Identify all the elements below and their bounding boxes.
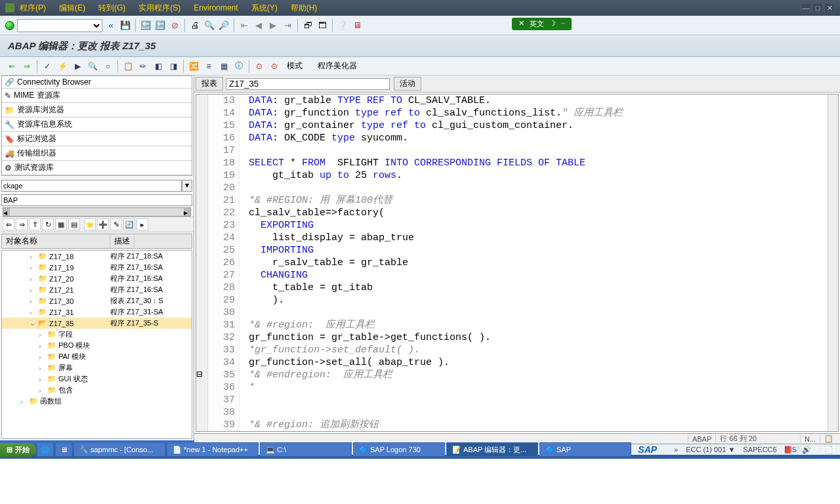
tree-fwd-icon[interactable]: ⇒ <box>16 219 28 230</box>
ime-indicator[interactable]: ✕ 英文 ☽ ·· <box>512 18 572 30</box>
shortcut-icon[interactable]: 🗔 <box>316 20 328 32</box>
save-icon[interactable]: 💾 <box>119 20 131 32</box>
expand-icon[interactable]: › <box>39 353 45 361</box>
menu-environment[interactable]: Environment <box>194 3 238 12</box>
menu-goto[interactable]: 转到(G) <box>98 3 125 14</box>
tree-up-icon[interactable]: ⇑ <box>29 219 41 230</box>
nav-item-5[interactable]: 🚚传输组织器 <box>2 146 192 161</box>
cancel-icon[interactable]: ⊘ <box>169 20 180 32</box>
maximize-button[interactable]: □ <box>812 3 823 12</box>
tray-icon-2[interactable]: ❔ <box>793 446 802 454</box>
expand-icon[interactable]: › <box>30 308 36 316</box>
tree-row[interactable]: ›📁GUI 状态 <box>2 373 192 385</box>
help-icon[interactable]: ❔ <box>337 20 348 32</box>
where-used-icon[interactable]: 🔍 <box>86 60 99 73</box>
check-icon[interactable]: ✓ <box>41 60 54 73</box>
nav-item-0[interactable]: 🔗Connectivity Browser <box>2 76 192 89</box>
quick-desktop-icon[interactable]: 🖥 <box>55 442 72 457</box>
mode-label[interactable]: 模式 <box>287 60 303 72</box>
expand-icon[interactable]: › <box>30 264 36 272</box>
prev-page-icon[interactable]: ◀ <box>253 20 264 32</box>
report-name-field[interactable] <box>226 78 390 90</box>
first-page-icon[interactable]: ⇤ <box>238 20 250 32</box>
other-object-icon[interactable]: 📋 <box>121 60 135 73</box>
tray-icon-1[interactable]: 📕 <box>784 446 793 454</box>
tree-fav-icon[interactable]: ⭐ <box>84 219 96 230</box>
tree-row[interactable]: ›📁函数组 <box>2 396 192 407</box>
close-button[interactable]: ✕ <box>824 3 835 12</box>
tree-row[interactable]: ›📁Z17_18程序 Z17_18:SA <box>2 251 192 262</box>
taskbar-button[interactable]: 📄*new 1 - Notepad++ <box>167 442 259 457</box>
nav-item-2[interactable]: 📁资源库浏览器 <box>2 103 192 117</box>
code-editor[interactable]: ⊟ 13141516171819202122232425262728293031… <box>196 94 839 432</box>
display-change-icon[interactable]: ✏ <box>136 60 150 73</box>
menu-help[interactable]: 帮助(H) <box>291 3 318 14</box>
menu-program[interactable]: 程序(P) <box>20 3 46 14</box>
tree-row[interactable]: ›📁Z17_31程序 Z17_31-SA <box>2 306 192 318</box>
expand-icon[interactable]: › <box>30 253 36 261</box>
tree-row[interactable]: ›📁Z17_30报表 Z17_30：S <box>2 295 192 306</box>
tree-row[interactable]: ›📁Z17_19程序 Z17_16:SA <box>2 262 192 273</box>
sys-server[interactable]: ECC (1) 001 ▼ <box>682 446 739 453</box>
expand-icon[interactable]: › <box>39 331 45 339</box>
breakpoint-icon[interactable]: ⊙ <box>253 60 266 73</box>
expand-icon[interactable]: › <box>39 342 45 350</box>
expand-icon[interactable]: ⌄ <box>30 319 36 327</box>
pretty-print-icon[interactable]: 🔀 <box>187 60 200 73</box>
tree-row[interactable]: ›📁Z17_21程序 Z17_16:SA <box>2 284 192 295</box>
expand-icon[interactable]: › <box>39 387 45 394</box>
tree-col-name[interactable]: 对象名称 <box>2 234 110 248</box>
start-button[interactable]: ⊞ 开始 <box>0 443 36 457</box>
h-scrollbar[interactable]: ◂▸ <box>3 207 191 217</box>
enhance-icon[interactable]: ◨ <box>167 60 180 73</box>
back-icon[interactable]: 🔙 <box>140 20 152 32</box>
v-scrollbar[interactable] <box>828 94 838 431</box>
inactive-icon[interactable]: ◧ <box>152 60 165 73</box>
nav-fwd-icon[interactable]: ⇒ <box>20 60 33 73</box>
taskbar-button[interactable]: 📝ABAP 编辑器：更... <box>446 442 538 457</box>
breakpoint2-icon[interactable]: ⊙ <box>268 60 281 73</box>
print-icon[interactable]: 🖨 <box>189 20 201 32</box>
clock[interactable]: 7:41 <box>818 446 840 453</box>
layout-icon[interactable]: 🖥 <box>351 20 363 32</box>
tree-edit-icon[interactable]: ✎ <box>110 219 122 230</box>
nav-item-1[interactable]: ✎MIME 资源库 <box>2 89 192 103</box>
filter-input-1[interactable] <box>1 180 182 192</box>
test-icon[interactable]: ▶ <box>71 60 84 73</box>
tree-row[interactable]: ›📁PAI 模块 <box>2 351 192 362</box>
taskbar-button[interactable]: 🔧sapmmc - [Conso... <box>74 442 165 457</box>
ime-close-icon[interactable]: ✕ <box>518 19 524 29</box>
tree-row[interactable]: ›📁字段 <box>2 329 192 340</box>
tree-back-icon[interactable]: ⇐ <box>3 219 14 230</box>
fold-column[interactable]: ⊟ <box>196 94 208 431</box>
tree-refresh-icon[interactable]: ↻ <box>42 219 54 230</box>
tree-expand-icon[interactable]: ▦ <box>55 219 67 230</box>
tree-row[interactable]: ⌄📂Z17_35程序 Z17_35-S <box>2 318 192 329</box>
tree-row[interactable]: ›📁PBO 模块 <box>2 340 192 351</box>
tree-refresh2-icon[interactable]: 🔄 <box>123 219 135 230</box>
tree-more-icon[interactable]: ▸ <box>136 219 148 230</box>
object-icon[interactable]: ○ <box>101 60 114 73</box>
expand-icon[interactable]: › <box>30 286 36 294</box>
exit-icon[interactable]: 🔚 <box>154 20 166 32</box>
tree-row[interactable]: ›📁屏幕 <box>2 362 192 373</box>
info-icon[interactable]: ⓘ <box>232 60 245 73</box>
taskbar-button[interactable]: 🔷SAP Logon 730 <box>353 442 445 457</box>
expand-icon[interactable]: › <box>20 398 27 406</box>
menu-utilities[interactable]: 实用程序(S) <box>138 3 180 14</box>
expand-icon[interactable]: › <box>30 297 36 305</box>
nav-item-6[interactable]: ⚙测试资源库 <box>2 161 192 175</box>
new-session-icon[interactable]: 🗗 <box>302 20 314 32</box>
fullscreen-icon[interactable]: ▦ <box>217 60 230 73</box>
taskbar-button[interactable]: 🔷SAP <box>539 442 631 457</box>
ime-moon-icon[interactable]: ☽ <box>549 19 556 29</box>
tree-row[interactable]: ›📁包含 <box>2 385 192 396</box>
quick-ie-icon[interactable]: 🌐 <box>37 442 54 457</box>
nav-back-icon[interactable]: ⇐ <box>5 60 18 73</box>
minimize-button[interactable]: — <box>801 3 811 12</box>
activate-icon[interactable]: ⚡ <box>56 60 69 73</box>
find-icon[interactable]: 🔍 <box>203 20 215 32</box>
expand-icon[interactable]: › <box>39 375 45 383</box>
command-field[interactable] <box>17 19 102 32</box>
menu-system[interactable]: 系统(Y) <box>251 3 278 14</box>
